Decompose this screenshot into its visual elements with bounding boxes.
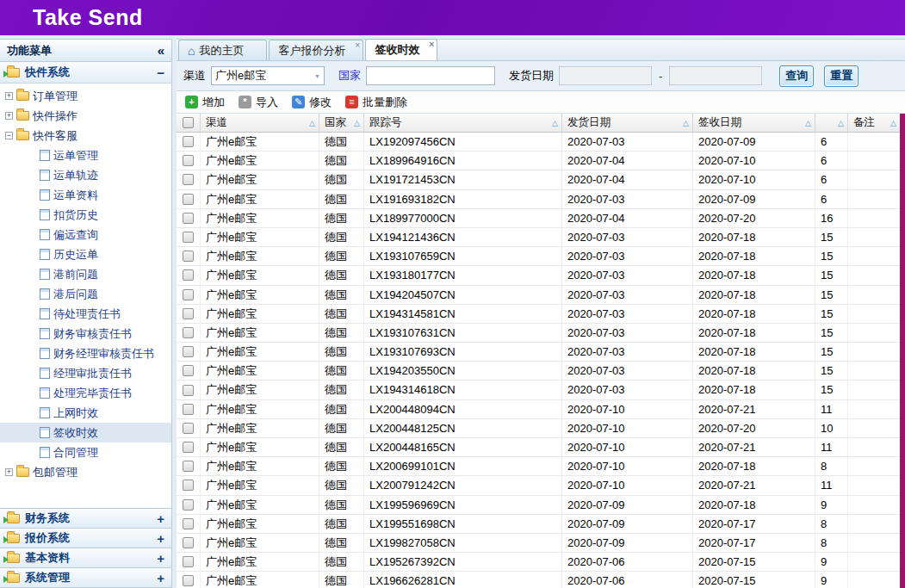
expand-section-icon[interactable]: + (157, 531, 164, 546)
sidebar-tree-leaf[interactable]: 处理完毕责任书 (0, 383, 171, 403)
search-button[interactable]: 查询 (779, 65, 814, 87)
row-checkbox[interactable] (183, 442, 194, 453)
row-checkbox[interactable] (183, 537, 194, 548)
row-checkbox[interactable] (183, 518, 194, 529)
row-checkbox[interactable] (183, 365, 194, 376)
sidebar-tree-leaf[interactable]: 历史运单 (0, 244, 171, 264)
column-header-remark[interactable]: 备注△ (848, 114, 900, 132)
sidebar-tree-leaf[interactable]: 偏远查询 (0, 225, 171, 244)
row-checkbox[interactable] (183, 289, 194, 300)
collapse-section-icon[interactable]: − (157, 65, 164, 80)
sidebar-tree-folder[interactable]: +快件操作 (0, 106, 171, 126)
row-checkbox[interactable] (183, 346, 194, 357)
sidebar-tree-leaf[interactable]: 运单轨迹 (0, 165, 171, 185)
cell-remark (848, 534, 900, 552)
sidebar-tree-leaf[interactable]: 上网时效 (0, 403, 171, 423)
sidebar-section[interactable]: 报价系统+ (0, 528, 171, 548)
expand-section-icon[interactable]: + (157, 551, 164, 566)
sort-icon[interactable]: △ (552, 119, 558, 127)
reset-button[interactable]: 重置 (824, 65, 859, 87)
cell-ship-date: 2020-07-04 (562, 170, 693, 189)
column-header-channel[interactable]: 渠道△ (201, 114, 319, 132)
sort-icon[interactable]: △ (683, 119, 689, 127)
sort-icon[interactable]: △ (890, 119, 896, 127)
toolbar-button-label: 修改 (309, 95, 332, 110)
row-checkbox[interactable] (183, 136, 194, 147)
row-checkbox[interactable] (183, 575, 194, 586)
vertical-scrollbar[interactable] (900, 114, 905, 588)
column-header-days[interactable]: △ (815, 114, 848, 132)
expand-section-icon[interactable]: + (157, 511, 164, 526)
row-checkbox[interactable] (183, 499, 194, 511)
cell-sign-date: 2020-07-17 (693, 515, 815, 533)
select-all-checkbox[interactable] (183, 117, 194, 128)
sort-icon[interactable]: △ (805, 119, 811, 127)
column-header-tracking-no[interactable]: 跟踪号△ (364, 114, 562, 132)
row-checkbox[interactable] (183, 404, 194, 415)
tree-expander-icon[interactable]: + (5, 112, 13, 120)
date-from-input[interactable] (559, 66, 652, 85)
tab-home[interactable]: ⌂我的主页 (178, 40, 267, 60)
tab-sign-aging[interactable]: 签收时效× (365, 39, 437, 60)
sidebar-tree-leaf[interactable]: 合同管理 (0, 443, 171, 462)
row-checkbox[interactable] (183, 308, 194, 319)
sidebar-section[interactable]: 基本资料+ (0, 548, 171, 567)
row-checkbox[interactable] (183, 269, 194, 281)
sort-icon[interactable]: △ (838, 119, 844, 127)
sidebar-section[interactable]: 系统管理+ (0, 567, 171, 587)
tree-expander-icon[interactable]: − (5, 132, 13, 139)
sidebar-tree-leaf[interactable]: 财务经理审核责任书 (0, 344, 171, 363)
row-checkbox[interactable] (183, 155, 194, 166)
sidebar-tree-leaf[interactable]: 运单资料 (0, 185, 171, 205)
date-to-input[interactable] (669, 66, 762, 85)
batch-delete-button[interactable]: ≡批量删除 (345, 95, 407, 110)
sidebar-tree-folder[interactable]: +包邮管理 (0, 462, 171, 482)
sidebar-tree-leaf[interactable]: 财务审核责任书 (0, 324, 171, 344)
row-checkbox[interactable] (183, 461, 194, 472)
column-header-ship-date[interactable]: 发货日期△ (562, 114, 693, 132)
close-icon[interactable]: × (429, 40, 434, 49)
add-button[interactable]: +增加 (185, 95, 225, 110)
cell-ship-date: 2020-07-03 (562, 190, 693, 208)
tree-expander-icon[interactable]: + (5, 92, 13, 100)
country-input[interactable] (366, 66, 495, 85)
edit-button[interactable]: ✎修改 (292, 95, 332, 110)
cell-sign-date: 2020-07-18 (693, 362, 815, 380)
sidebar-tree-leaf[interactable]: 扣货历史 (0, 205, 171, 225)
sidebar-tree-leaf[interactable]: 港前问题 (0, 264, 171, 284)
row-checkbox[interactable] (183, 213, 194, 224)
tab-customer-quote-analysis[interactable]: 客户报价分析× (269, 40, 363, 60)
row-checkbox[interactable] (183, 556, 194, 567)
sidebar-tree-folder[interactable]: −快件客服 (0, 126, 171, 145)
column-header-country[interactable]: 国家△ (319, 114, 364, 132)
row-select-cell (177, 152, 201, 170)
row-checkbox[interactable] (183, 232, 194, 243)
cell-tracking-no: LX191693182CN (364, 190, 562, 208)
import-button[interactable]: *导入 (239, 95, 278, 110)
row-checkbox[interactable] (183, 251, 194, 262)
collapse-sidebar-icon[interactable]: « (158, 43, 164, 58)
row-checkbox[interactable] (183, 194, 194, 205)
row-checkbox[interactable] (183, 480, 194, 491)
close-icon[interactable]: × (355, 40, 360, 50)
sidebar-tree-leaf[interactable]: 待处理责任书 (0, 304, 171, 324)
sidebar-tree-leaf[interactable]: 经理审批责任书 (0, 363, 171, 383)
sidebar-tree-leaf[interactable]: 运单管理 (0, 145, 171, 165)
cell-sign-date: 2020-07-09 (693, 133, 815, 151)
sidebar-tree-leaf[interactable]: 签收时效 (0, 423, 171, 443)
column-label: 渠道 (206, 115, 227, 130)
row-checkbox[interactable] (183, 423, 194, 434)
sidebar-tree-folder[interactable]: +订单管理 (0, 86, 171, 106)
row-checkbox[interactable] (183, 174, 194, 185)
sidebar-section[interactable]: 财务系统+ (0, 508, 171, 528)
sort-icon[interactable]: △ (309, 119, 315, 127)
column-header-sign-date[interactable]: 签收日期△ (693, 114, 815, 132)
row-checkbox[interactable] (183, 327, 194, 338)
sidebar-tree-leaf[interactable]: 港后问题 (0, 284, 171, 304)
sidebar-section-express-system[interactable]: 快件系统 − (0, 62, 171, 84)
tree-expander-icon[interactable]: + (5, 468, 13, 476)
sort-icon[interactable]: △ (354, 119, 360, 127)
row-checkbox[interactable] (183, 385, 194, 396)
expand-section-icon[interactable]: + (157, 571, 164, 585)
channel-select[interactable]: 广州e邮宝 ▼ (211, 66, 325, 85)
